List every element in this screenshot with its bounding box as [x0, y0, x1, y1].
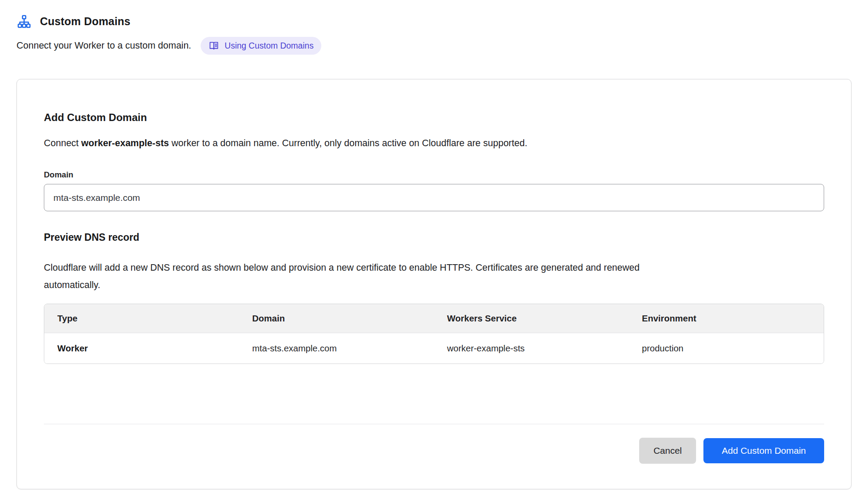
description-suffix: worker to a domain name. Currently, only… — [169, 138, 527, 148]
cell-workers-service: worker-example-sts — [434, 333, 629, 364]
domain-input[interactable] — [44, 184, 824, 211]
domain-label: Domain — [44, 170, 824, 180]
cell-domain: mta-sts.example.com — [239, 333, 434, 364]
cancel-button[interactable]: Cancel — [639, 438, 696, 464]
page-header: Custom Domains Connect your Worker to a … — [17, 13, 851, 55]
dns-preview-table: Type Domain Workers Service Environment … — [44, 304, 824, 364]
card-heading: Add Custom Domain — [44, 111, 824, 124]
footer-divider — [44, 424, 824, 424]
table-header-row: Type Domain Workers Service Environment — [44, 304, 824, 333]
worker-name: worker-example-sts — [81, 138, 169, 148]
docs-badge-label: Using Custom Domains — [224, 41, 314, 51]
column-header-workers-service: Workers Service — [434, 304, 629, 333]
actions-row: Cancel Add Custom Domain — [44, 438, 824, 464]
spacer — [44, 364, 824, 424]
add-custom-domain-card: Add Custom Domain Connect worker-example… — [17, 79, 851, 489]
page-subtitle: Connect your Worker to a custom domain. — [17, 40, 191, 51]
preview-dns-description: Cloudflare will add a new DNS record as … — [44, 259, 684, 294]
open-book-icon — [208, 40, 219, 51]
preview-dns-heading: Preview DNS record — [44, 232, 824, 243]
card-description: Connect worker-example-sts worker to a d… — [44, 138, 824, 149]
docs-link-badge[interactable]: Using Custom Domains — [201, 37, 321, 55]
description-prefix: Connect — [44, 138, 81, 148]
table-row: Worker mta-sts.example.com worker-exampl… — [44, 333, 824, 364]
page-title: Custom Domains — [40, 15, 130, 28]
column-header-domain: Domain — [239, 304, 434, 333]
add-custom-domain-button[interactable]: Add Custom Domain — [703, 438, 824, 463]
sitemap-icon — [17, 14, 32, 29]
column-header-type: Type — [44, 304, 239, 333]
cell-environment: production — [629, 333, 824, 364]
column-header-environment: Environment — [629, 304, 824, 333]
cell-type: Worker — [44, 333, 239, 364]
